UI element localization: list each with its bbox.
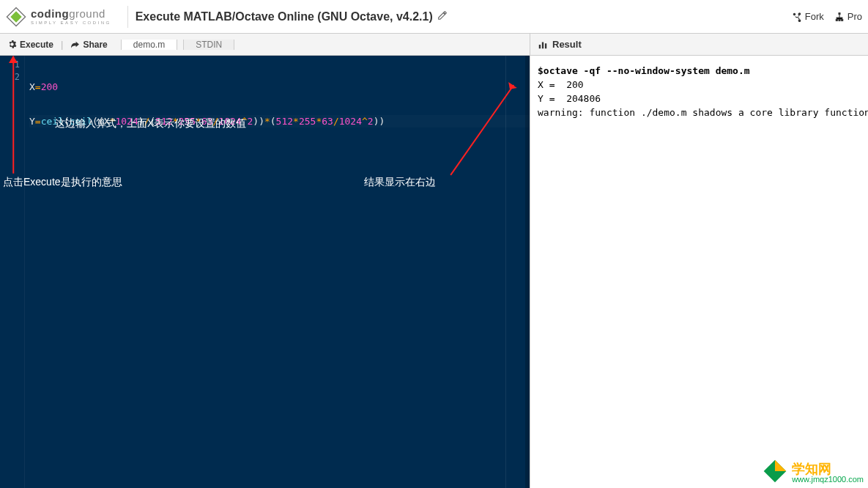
pro-button[interactable]: Pro xyxy=(834,11,862,22)
tab-stdin[interactable]: STDIN xyxy=(183,40,234,50)
gear-icon xyxy=(7,40,17,49)
gutter: 1 2 xyxy=(0,56,25,488)
result-header: Result xyxy=(530,34,868,55)
svg-rect-4 xyxy=(841,18,843,21)
main: 1 2 X=200 Y=ceil(ceil((X*1024)/(512*255*… xyxy=(0,56,868,488)
edit-icon[interactable] xyxy=(437,10,448,23)
header-bar: codingground SIMPLY EASY CODING Execute … xyxy=(0,0,868,34)
svg-rect-8 xyxy=(545,43,546,48)
result-output: $octave -qf --no-window-system demo.m X … xyxy=(538,64,861,119)
svg-rect-5 xyxy=(838,12,840,15)
execute-button[interactable]: Execute xyxy=(0,40,61,50)
code-editor[interactable]: 1 2 X=200 Y=ceil(ceil((X*1024)/(512*255*… xyxy=(0,56,530,488)
svg-rect-7 xyxy=(542,42,544,48)
svg-rect-2 xyxy=(836,18,838,21)
bars-icon xyxy=(538,40,548,50)
fork-icon xyxy=(792,12,802,22)
share-icon xyxy=(70,40,80,49)
logo-icon xyxy=(6,7,26,27)
toolbar: Execute | Share demo.m STDIN Result xyxy=(0,34,868,56)
page-title: Execute MATLAB/Octave Online (GNU Octave… xyxy=(136,10,448,23)
result-pane: $octave -qf --no-window-system demo.m X … xyxy=(530,56,868,488)
svg-marker-1 xyxy=(10,11,21,22)
share-button[interactable]: Share xyxy=(63,40,114,50)
fork-button[interactable]: Fork xyxy=(792,11,824,22)
logo-text: codingground SIMPLY EASY CODING xyxy=(31,8,111,25)
svg-rect-3 xyxy=(838,18,840,21)
annotation-result: 结果显示在右边 xyxy=(364,176,436,189)
code-area[interactable]: X=200 Y=ceil(ceil((X*1024)/(512*255*63/1… xyxy=(25,56,530,149)
print-margin xyxy=(505,56,506,488)
logo[interactable]: codingground SIMPLY EASY CODING xyxy=(6,7,120,27)
tab-demo[interactable]: demo.m xyxy=(121,40,177,50)
svg-rect-6 xyxy=(539,45,541,48)
divider xyxy=(127,6,128,28)
sitemap-icon xyxy=(834,12,845,22)
header-actions: Fork Pro xyxy=(792,11,862,22)
